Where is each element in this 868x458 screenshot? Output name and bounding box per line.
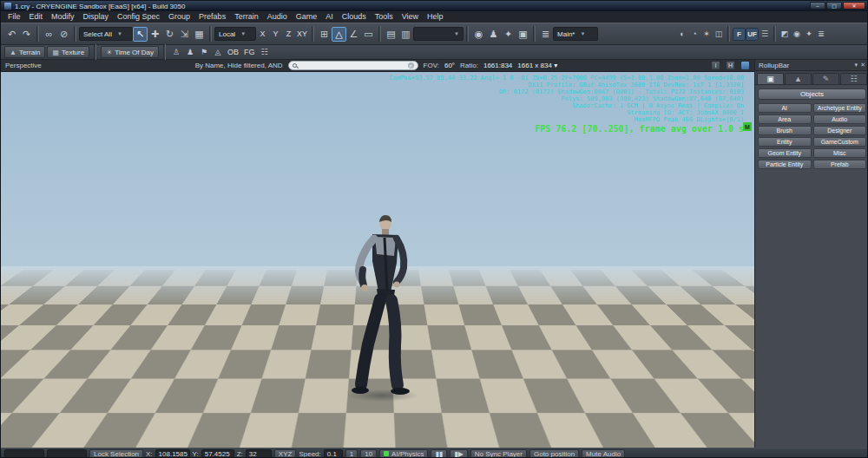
unlink-icon[interactable]: ⊘ (56, 27, 71, 42)
ai-character-icon[interactable]: ♟ (184, 45, 196, 60)
ui-emulator-icon[interactable]: UF (746, 28, 759, 41)
object-type-button-gamecustom[interactable]: GameCustom (813, 137, 867, 147)
object-type-button-brush[interactable]: Brush (758, 126, 812, 135)
database-view-icon[interactable]: ◫ (713, 27, 725, 42)
rotate-icon[interactable]: ↻ (162, 27, 177, 42)
camera-icon[interactable]: ▣ (516, 27, 530, 42)
fov-value[interactable]: 60° (444, 62, 455, 69)
character-editor-icon[interactable]: ♟ (486, 27, 501, 42)
move-icon[interactable]: ✚ (148, 27, 162, 42)
object-type-button-particle-entity[interactable]: Particle Entity (758, 160, 812, 169)
ai-physics-button[interactable]: AI/Physics (379, 449, 428, 458)
axis-z-button[interactable]: Z (282, 27, 295, 41)
xyz-toggle-button[interactable]: XYZ (274, 449, 297, 458)
object-type-button-audio[interactable]: Audio (813, 114, 867, 124)
flowgraph-icon[interactable]: F (733, 28, 746, 41)
tab-display[interactable]: ☷ (840, 73, 867, 84)
axis-y-button[interactable]: Y (269, 27, 282, 41)
object-type-button-misc[interactable]: Misc (813, 148, 867, 158)
axis-xy-button[interactable]: XY (295, 27, 309, 41)
goto-position-button[interactable]: Goto position (529, 449, 579, 458)
undo-icon[interactable]: ↶ (4, 27, 19, 42)
layers-icon[interactable]: ≣ (815, 27, 827, 42)
no-sync-player-button[interactable]: No Sync Player (470, 449, 527, 458)
menu-audio[interactable]: Audio (263, 11, 292, 23)
ob-button[interactable]: OB (226, 45, 240, 59)
menu-edit[interactable]: Edit (25, 11, 48, 23)
link-icon[interactable]: ∞ (42, 27, 56, 42)
ratio-value[interactable]: 1661:834 (483, 62, 512, 69)
scale-icon[interactable]: ⇲ (177, 27, 192, 42)
menu-group[interactable]: Group (164, 11, 194, 23)
close-panel-icon[interactable]: ✕ (860, 62, 865, 69)
menu-file[interactable]: File (3, 11, 25, 23)
snap-grid-icon[interactable]: ⊞ (317, 27, 332, 42)
viewport-lock-button[interactable] (740, 61, 750, 70)
menu-tools[interactable]: Tools (371, 11, 398, 23)
select-area-icon[interactable]: ▦ (192, 27, 207, 42)
redo-icon[interactable]: ↷ (19, 27, 34, 42)
clear-search-icon[interactable]: ✕ (408, 62, 414, 69)
mute-audio-button[interactable]: Mute Audio (582, 449, 625, 458)
texture-button[interactable]: ▦ Texture (47, 46, 89, 58)
grid-dots-icon[interactable]: ☷ (258, 45, 270, 60)
follow-terrain-icon[interactable]: △ (332, 27, 346, 42)
menu-modify[interactable]: Modify (47, 11, 79, 23)
step-button[interactable]: ▮▶ (450, 449, 468, 458)
material-editor-icon[interactable]: ◉ (471, 27, 486, 42)
goto-location-icon[interactable]: ✦ (803, 27, 815, 42)
object-type-button-designer[interactable]: Designer (813, 126, 867, 135)
particle-editor-icon[interactable]: ✶ (700, 27, 713, 42)
search-input[interactable] (299, 62, 405, 69)
select-object-icon[interactable]: ↖ (133, 27, 148, 42)
view-mode-label[interactable]: Perspective (5, 62, 42, 69)
camera-dropdown[interactable]: ▼ (413, 27, 464, 41)
mannequin-icon[interactable]: ☰ (759, 27, 771, 42)
terrain-button[interactable]: ▲ Terrain (4, 46, 45, 58)
z-coordinate-field[interactable]: 32 (246, 449, 272, 458)
menu-terrain[interactable]: Terrain (230, 11, 263, 23)
flag-tool-icon[interactable]: ⚑ (198, 45, 210, 60)
info-button[interactable]: i (711, 61, 720, 70)
minimize-button[interactable]: – (810, 2, 825, 10)
menu-help[interactable]: Help (423, 11, 448, 23)
menu-clouds[interactable]: Clouds (338, 11, 371, 23)
pin-icon[interactable]: ▾ (855, 62, 858, 69)
select-all-dropdown[interactable]: Select All ▼ (79, 27, 133, 41)
rollup-title-bar[interactable]: RollupBar ▾ ✕ (755, 60, 868, 71)
menu-display[interactable]: Display (79, 11, 114, 23)
reference-coords-dropdown[interactable]: Local ▼ (214, 27, 256, 41)
lens-flare-icon[interactable]: ◐ (676, 27, 688, 42)
menu-config-spec[interactable]: Config Spec (113, 11, 164, 23)
viewport-search[interactable]: ✕ (288, 61, 418, 70)
filter-mode-label[interactable]: By Name, Hide filtered, AND (195, 62, 283, 69)
resolution-dropdown[interactable]: 1661 x 834 ▾ (517, 62, 557, 69)
goto-position-icon[interactable]: ✦ (501, 27, 516, 42)
menu-prefabs[interactable]: Prefabs (194, 11, 230, 23)
objects-section-header[interactable]: Objects (758, 88, 866, 100)
lock-selection-button[interactable]: Lock Selection (89, 449, 143, 458)
viewport-3d[interactable]: CamPos=53.57 85.44 33.22 Angl= 1 0 -81 Z… (1, 72, 754, 448)
tab-terrain[interactable]: ▲ (785, 73, 812, 84)
object-type-button-area[interactable]: Area (758, 114, 812, 124)
object-type-button-geom-entity[interactable]: Geom Entity (758, 148, 812, 158)
object-type-button-archetype-entity[interactable]: Archetype Entity (813, 103, 867, 113)
ruler-icon[interactable]: ▭ (361, 27, 376, 42)
x-coordinate-field[interactable]: 108.1585 (155, 449, 190, 458)
speed-preset-1-button[interactable]: 1 (345, 449, 358, 458)
menu-view[interactable]: View (398, 11, 423, 23)
tab-modelling[interactable]: ✎ (812, 73, 839, 84)
tab-objects[interactable]: ▣ (757, 73, 784, 84)
helpers-button[interactable]: H (726, 61, 735, 70)
layer-stack-icon[interactable]: ≣ (538, 27, 553, 42)
maximize-button[interactable]: ▢ (826, 2, 842, 10)
object-type-button-ai[interactable]: AI (758, 103, 812, 113)
close-button[interactable]: ✕ (843, 2, 865, 10)
character-tool-icon[interactable]: ♙ (170, 45, 182, 60)
axis-x-button[interactable]: X (256, 27, 269, 41)
y-coordinate-field[interactable]: 57.4525 (201, 449, 234, 458)
menu-game[interactable]: Game (292, 11, 322, 23)
fg-button[interactable]: FG (242, 45, 257, 59)
object-type-button-entity[interactable]: Entity (758, 137, 812, 147)
snap-angle-icon[interactable]: ∠ (346, 27, 361, 42)
